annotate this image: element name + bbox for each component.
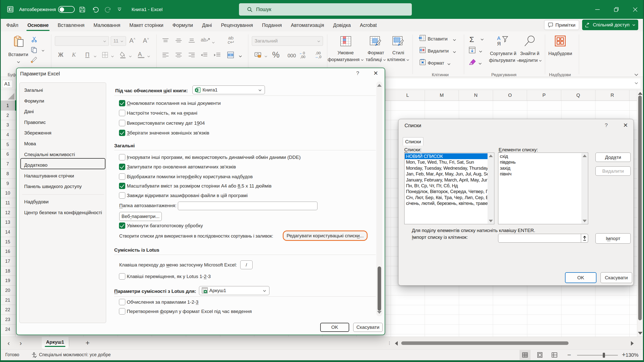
view-page-layout-icon[interactable] xyxy=(534,350,545,360)
row-header[interactable]: 8 xyxy=(0,169,15,179)
font-size-combo[interactable]: 11 xyxy=(111,36,126,46)
checkbox-lotus-navigation[interactable] xyxy=(119,273,125,280)
zoom-level[interactable]: 130% xyxy=(626,352,638,358)
options-cancel-button[interactable]: Скасувати xyxy=(353,323,383,332)
ribbon-tab[interactable]: Рецензування xyxy=(216,19,257,31)
checkbox-1904-dates-label[interactable]: Використовувати систему дат 1904 xyxy=(127,120,205,126)
format-cells-chevron-icon[interactable] xyxy=(447,62,451,66)
sort-filter-label-2[interactable]: фільтрувати xyxy=(489,58,519,63)
row-header[interactable]: 20 xyxy=(0,286,15,295)
list-entry-item[interactable]: північ xyxy=(500,171,581,177)
checkbox-ask-update-links-label[interactable]: Запитувати про оновлення автоматичних зв… xyxy=(127,164,236,170)
options-help-icon[interactable]: ? xyxy=(356,70,359,76)
checkbox-ask-update-links[interactable] xyxy=(119,164,125,170)
row-header[interactable]: 19 xyxy=(0,276,15,286)
column-header[interactable]: L xyxy=(391,90,425,101)
scroll-up-icon[interactable] xyxy=(489,155,493,157)
font-color-chevron-icon[interactable] xyxy=(147,54,150,59)
merge-chevron-icon[interactable] xyxy=(239,54,242,59)
fill-down-chevron-icon[interactable] xyxy=(479,49,482,54)
cell-styles-icon[interactable] xyxy=(392,36,404,49)
autosum-icon[interactable]: Σ xyxy=(469,35,474,44)
close-button[interactable] xyxy=(628,0,643,19)
scrollbar-resize-handle[interactable]: ⋮ xyxy=(387,342,391,344)
checkbox-update-links[interactable] xyxy=(119,100,125,106)
increase-indent-icon[interactable] xyxy=(214,53,220,59)
find-select-label-2[interactable]: виділити xyxy=(519,58,542,63)
search-input[interactable]: Пошук xyxy=(239,3,412,16)
lotus-menu-key-input[interactable]: / xyxy=(240,260,253,269)
options-nav-item[interactable]: Збереження xyxy=(20,128,106,139)
custom-list-item[interactable]: НОВИЙ СПИСОК xyxy=(405,153,488,159)
checkbox-scale-a4-label[interactable]: Масштабувати вміст за розміром сторінки … xyxy=(127,183,271,189)
checkbox-ignore-dde-label[interactable]: Ігнорувати інші програми, які використов… xyxy=(127,155,301,160)
cut-icon[interactable] xyxy=(31,36,37,43)
custom-list-item[interactable]: Monday, Tuesday, Wednesday, Thursday, Fr… xyxy=(406,165,488,171)
underline-icon[interactable]: П xyxy=(85,52,90,58)
decrease-indent-icon[interactable] xyxy=(201,53,207,59)
scroll-down-icon[interactable] xyxy=(583,220,587,222)
row-header[interactable]: 22 xyxy=(0,305,15,315)
row-header[interactable]: 5 xyxy=(0,140,15,150)
checkbox-show-addin-errors[interactable] xyxy=(119,173,125,180)
scroll-down-icon[interactable] xyxy=(638,332,642,335)
lists-tab[interactable]: Списки xyxy=(403,137,423,146)
row-header[interactable]: 23 xyxy=(0,315,15,325)
sort-filter-icon[interactable]: АЯ xyxy=(497,35,508,48)
row-header[interactable]: 4 xyxy=(0,130,15,140)
format-cells-icon[interactable] xyxy=(419,59,426,66)
addins-button-label[interactable]: Надбудови xyxy=(548,51,572,56)
delete-cells-icon[interactable] xyxy=(419,47,426,54)
row-header[interactable]: 3 xyxy=(0,120,15,130)
format-painter-icon[interactable] xyxy=(31,57,37,64)
autosum-chevron-icon[interactable] xyxy=(480,37,484,42)
decrease-decimal-icon[interactable]: ,00→,0 xyxy=(314,51,321,59)
align-left-icon[interactable] xyxy=(163,53,169,59)
zoom-out-icon[interactable]: − xyxy=(567,351,571,359)
view-page-break-icon[interactable] xyxy=(549,350,560,360)
scroll-up-icon[interactable] xyxy=(377,84,382,87)
checkbox-precision-displayed-label[interactable]: Настроїти точність, як на екрані xyxy=(127,110,197,116)
format-as-table-label-1[interactable]: Формат xyxy=(368,50,384,56)
range-selector-button[interactable] xyxy=(581,234,588,243)
options-nav-item[interactable]: Загальні xyxy=(20,85,106,96)
row-header[interactable]: 11 xyxy=(0,198,15,208)
lists-help-icon[interactable]: ? xyxy=(605,122,608,128)
ribbon-tab[interactable]: Подання xyxy=(258,19,287,31)
clear-icon[interactable] xyxy=(468,59,476,67)
ribbon-tab[interactable]: Основне xyxy=(23,19,53,31)
list-entry-item[interactable]: південь xyxy=(500,159,581,165)
conditional-formatting-icon[interactable] xyxy=(340,36,351,47)
checkbox-precision-displayed[interactable] xyxy=(119,110,125,116)
ribbon-tab[interactable]: Макет сторінки xyxy=(125,19,168,31)
fill-color-icon[interactable] xyxy=(120,52,126,59)
row-header[interactable]: 21 xyxy=(0,295,15,305)
checkbox-show-addin-errors-label[interactable]: Відображати помилки інтерфейсу користува… xyxy=(127,174,253,179)
scroll-down-icon[interactable] xyxy=(377,311,382,314)
delete-cells-chevron-icon[interactable] xyxy=(453,50,456,54)
redo-icon[interactable] xyxy=(105,6,112,13)
row-header[interactable]: 7 xyxy=(0,159,15,169)
row-header[interactable]: 17 xyxy=(0,256,15,266)
listbox-scrollbar[interactable] xyxy=(488,153,494,224)
cell-styles-label-2[interactable]: клітинок xyxy=(387,57,409,62)
listbox-scrollbar[interactable] xyxy=(581,153,588,224)
lists-ok-button[interactable]: OK xyxy=(565,272,596,283)
options-nav-item[interactable]: Панель швидкого доступу xyxy=(20,181,106,192)
checkbox-lotus-formula-entry[interactable] xyxy=(119,308,125,314)
scroll-up-icon[interactable] xyxy=(638,92,642,95)
minimize-button[interactable] xyxy=(590,0,605,19)
options-nav-item[interactable]: Налаштування стрічки xyxy=(20,171,106,182)
number-format-combo[interactable]: Загальний xyxy=(252,36,323,46)
ribbon-tab[interactable]: Файл xyxy=(2,19,23,31)
comma-style-icon[interactable]: 000 xyxy=(288,53,296,59)
autostart-folder-input[interactable] xyxy=(178,202,317,210)
web-options-button[interactable]: Веб-параметри... xyxy=(119,212,162,221)
column-header[interactable]: N xyxy=(459,90,493,101)
options-nav-item[interactable]: Правопис xyxy=(20,117,106,128)
bold-icon[interactable]: Ж xyxy=(58,52,63,58)
lists-cancel-button[interactable]: Скасувати xyxy=(600,272,632,283)
sheet-next-icon[interactable]: › xyxy=(20,337,22,350)
checkbox-lotus-formula-entry-label[interactable]: Перетворення формул у формат Excel під ч… xyxy=(127,309,252,314)
options-nav-item[interactable]: Мова xyxy=(20,139,106,149)
